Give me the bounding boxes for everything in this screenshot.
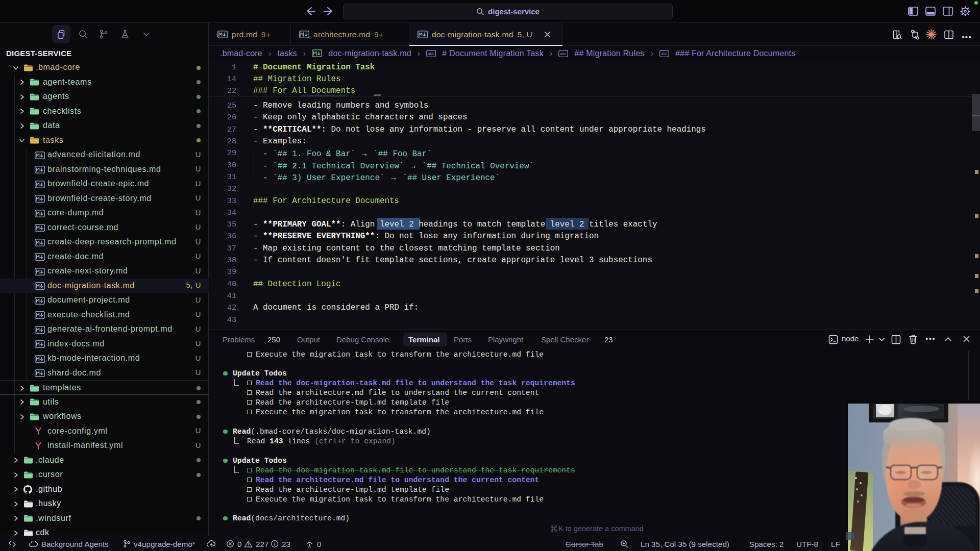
svg-text:abc: abc: [428, 52, 434, 55]
svg-text:abc: abc: [662, 52, 668, 55]
svg-text:abc: abc: [560, 52, 567, 55]
